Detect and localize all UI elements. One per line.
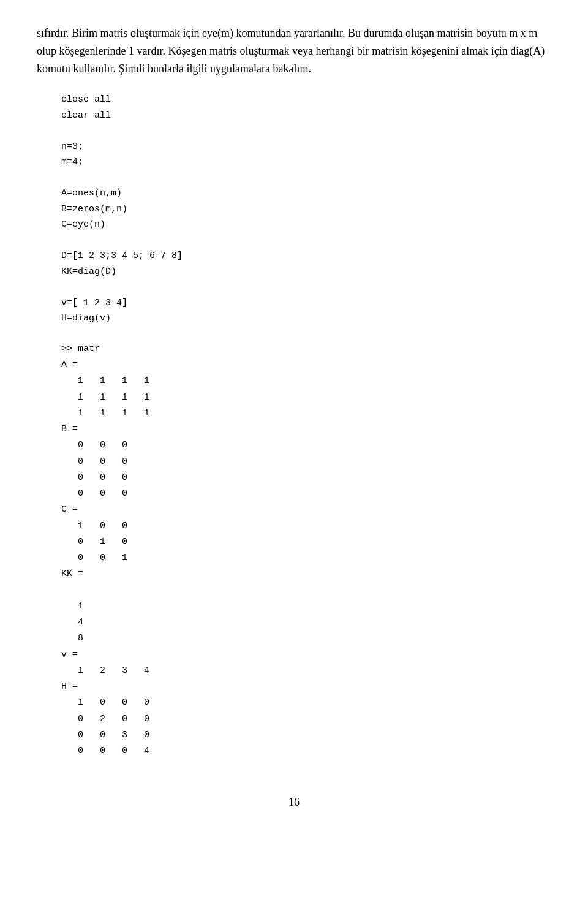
output-section: >> matr A = 1 1 1 1 1 1 1 1 1 1 1 1 B = … bbox=[61, 341, 551, 760]
code-section: close all clear all n=3; m=4; A=ones(n,m… bbox=[61, 92, 551, 327]
paragraph-1-text: sıfırdır. Birim matris oluşturmak için e… bbox=[37, 27, 545, 75]
page-number: 16 bbox=[37, 796, 551, 809]
paragraph-1: sıfırdır. Birim matris oluşturmak için e… bbox=[37, 25, 551, 77]
output-text: >> matr A = 1 1 1 1 1 1 1 1 1 1 1 1 B = … bbox=[61, 344, 149, 756]
code-text: close all clear all n=3; m=4; A=ones(n,m… bbox=[61, 94, 183, 324]
